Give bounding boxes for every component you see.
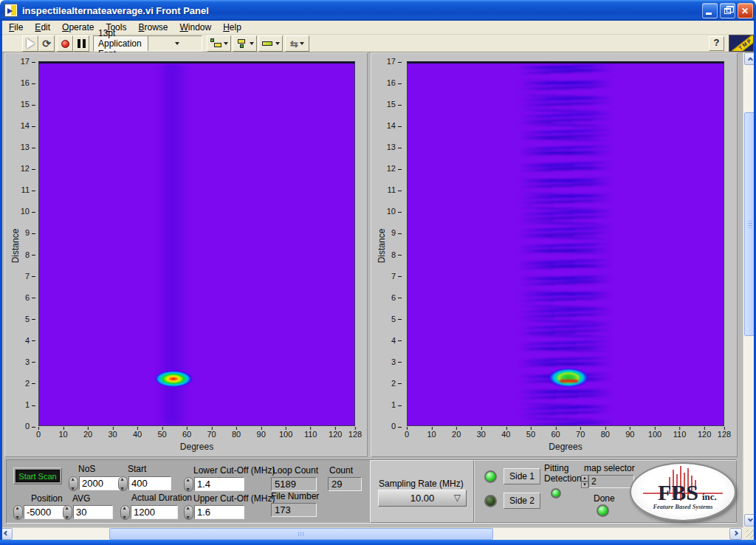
menu-item[interactable]: Help bbox=[217, 21, 247, 33]
start-scan-button[interactable]: Start Scan bbox=[13, 467, 62, 484]
fbs-logo-name: FBS bbox=[658, 480, 698, 504]
y-tick-label: 6 bbox=[25, 293, 35, 302]
upper-cutoff-field[interactable]: 1.6 bbox=[194, 505, 244, 519]
x-tick-label: 128 bbox=[348, 430, 362, 439]
y-tick-label: 1 bbox=[25, 400, 35, 409]
y-tick-label: 4 bbox=[391, 336, 402, 345]
actual-duration-field[interactable]: 1200 bbox=[131, 505, 178, 519]
resize-objects-icon bbox=[262, 38, 274, 49]
restore-button[interactable] bbox=[720, 3, 735, 18]
count-label: Count bbox=[329, 465, 353, 476]
plot-area-left bbox=[38, 61, 355, 426]
x-tick-label: 120 bbox=[329, 430, 342, 439]
x-tick-label: 60 bbox=[182, 430, 191, 439]
x-tick-label: 50 bbox=[526, 430, 535, 439]
map-selector-control[interactable]: ▲▼ 2 bbox=[581, 475, 634, 488]
start-field[interactable]: 400 bbox=[128, 476, 171, 490]
x-tick-label: 70 bbox=[576, 430, 585, 439]
map-selector-label: map selector bbox=[584, 463, 635, 473]
menu-item[interactable]: Window bbox=[173, 21, 217, 33]
y-tick-label: 16 bbox=[387, 78, 402, 87]
x-tick-label: 30 bbox=[477, 430, 486, 439]
loop-count-label: Loop Count bbox=[272, 465, 318, 476]
close-icon: ✕ bbox=[741, 6, 749, 16]
map-selector-arrows[interactable]: ▲▼ bbox=[581, 475, 588, 488]
run-button[interactable] bbox=[22, 35, 38, 52]
start-spinner[interactable] bbox=[118, 476, 128, 491]
y-tick-label: 13 bbox=[21, 143, 35, 151]
distribute-objects-button[interactable] bbox=[233, 35, 257, 52]
y-tick-label: 15 bbox=[21, 100, 35, 109]
position-label: Position bbox=[31, 493, 63, 504]
fbs-logo-graphic: FBS inc. Feature Based Systems bbox=[631, 464, 735, 520]
y-tick-label: 10 bbox=[21, 207, 35, 216]
y-tick-label: 8 bbox=[391, 250, 402, 259]
y-tick-label: 17 bbox=[21, 57, 35, 66]
decrement-icon[interactable]: ▼ bbox=[581, 481, 588, 488]
horizontal-scrollbar-thumb[interactable] bbox=[109, 528, 493, 540]
lower-cutoff-field[interactable]: 1.4 bbox=[194, 477, 244, 491]
status-panel: Side 1 Side 2 Pitting Detection map sele… bbox=[474, 460, 737, 523]
side2-button[interactable]: Side 2 bbox=[504, 493, 540, 509]
labview-front-panel-window: inspectilealternateaverage.vi Front Pane… bbox=[0, 0, 756, 545]
done-label: Done bbox=[594, 493, 615, 504]
pitting-detection-led bbox=[551, 488, 561, 498]
y-axis-label-left: Distance bbox=[10, 229, 21, 264]
position-field[interactable]: -5000 bbox=[24, 505, 68, 519]
nos-label: NoS bbox=[78, 464, 95, 474]
y-tick-label: 6 bbox=[391, 293, 402, 302]
font-selector-dropdown-button[interactable] bbox=[148, 36, 202, 51]
upper-cutoff-label: Upper Cut-Off (MHz) bbox=[193, 493, 275, 504]
close-button[interactable]: ✕ bbox=[738, 3, 753, 18]
chevron-left-icon bbox=[4, 530, 9, 535]
y-tick-label: 13 bbox=[387, 143, 402, 151]
chevron-up-icon bbox=[747, 57, 752, 62]
menu-item[interactable]: File bbox=[3, 21, 29, 33]
resize-objects-button[interactable] bbox=[258, 35, 283, 52]
avg-field[interactable]: 30 bbox=[73, 505, 113, 519]
pause-button[interactable] bbox=[73, 35, 89, 52]
x-tick-label: 128 bbox=[718, 430, 731, 439]
y-tick-label: 12 bbox=[387, 164, 402, 173]
sampling-rate-dropdown[interactable]: 10.00 ▽ bbox=[378, 490, 467, 507]
y-tick-label: 2 bbox=[391, 379, 402, 388]
x-tick-label: 80 bbox=[601, 430, 610, 439]
actual-duration-spinner[interactable] bbox=[120, 505, 130, 520]
align-objects-button[interactable] bbox=[207, 35, 231, 52]
y-tick-label: 7 bbox=[391, 272, 402, 281]
chevron-down-icon bbox=[300, 42, 304, 45]
nos-field[interactable]: 2000 bbox=[79, 476, 120, 490]
upper-cutoff-spinner[interactable] bbox=[184, 505, 193, 520]
map-selector-field[interactable]: 2 bbox=[588, 475, 634, 488]
run-continuously-button[interactable]: ⟳ bbox=[38, 35, 55, 52]
side2-led bbox=[484, 495, 497, 507]
abort-button[interactable] bbox=[57, 35, 73, 52]
hotspot-left bbox=[155, 370, 195, 388]
x-tick-label: 30 bbox=[108, 430, 117, 439]
scroll-right-button[interactable] bbox=[729, 528, 742, 540]
pause-icon bbox=[78, 39, 86, 48]
x-tick-label: 10 bbox=[58, 430, 67, 439]
x-tick-label: 80 bbox=[232, 430, 241, 439]
side1-led bbox=[484, 470, 497, 483]
x-tick-label: 60 bbox=[551, 430, 560, 439]
horizontal-scrollbar[interactable] bbox=[0, 527, 743, 540]
fbs-logo-tagline: Feature Based Systems bbox=[652, 503, 713, 510]
font-selector[interactable]: 13pt Application Font bbox=[93, 35, 202, 52]
x-tick-label: 40 bbox=[501, 430, 510, 439]
reorder-objects-icon: ⇆ bbox=[290, 38, 298, 49]
file-number-label: File Number bbox=[271, 491, 319, 501]
nos-spinner[interactable] bbox=[69, 476, 78, 491]
dropdown-triangle-icon: ▽ bbox=[454, 493, 461, 503]
context-help-button[interactable]: ? bbox=[709, 36, 724, 51]
avg-spinner[interactable] bbox=[63, 505, 72, 520]
minimize-button[interactable] bbox=[702, 3, 718, 18]
reorder-objects-button[interactable]: ⇆ bbox=[285, 35, 309, 52]
increment-icon[interactable]: ▲ bbox=[581, 475, 588, 481]
lower-cutoff-spinner[interactable] bbox=[184, 477, 193, 492]
y-tick-label: 12 bbox=[21, 164, 35, 173]
y-tick-label: 4 bbox=[25, 336, 35, 345]
position-spinner[interactable] bbox=[13, 505, 23, 520]
menu-item[interactable]: Edit bbox=[29, 21, 56, 33]
side1-button[interactable]: Side 1 bbox=[504, 468, 540, 484]
